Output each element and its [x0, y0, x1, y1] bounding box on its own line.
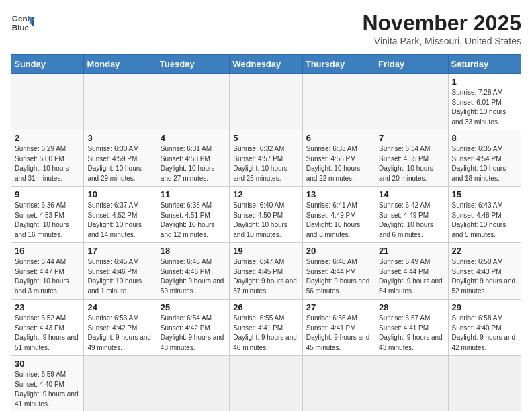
calendar-day-cell: 18Sunrise: 6:46 AM Sunset: 4:46 PM Dayli…: [157, 243, 229, 300]
day-number: 26: [233, 302, 298, 312]
day-info: Sunrise: 6:35 AM Sunset: 4:54 PM Dayligh…: [452, 144, 517, 183]
calendar-day-cell: [157, 74, 229, 130]
day-number: 6: [306, 133, 371, 143]
calendar-day-cell: 22Sunrise: 6:50 AM Sunset: 4:43 PM Dayli…: [448, 243, 521, 300]
day-info: Sunrise: 6:42 AM Sunset: 4:49 PM Dayligh…: [379, 201, 444, 240]
calendar-week-row: 9Sunrise: 6:36 AM Sunset: 4:53 PM Daylig…: [11, 187, 521, 243]
calendar-day-cell: 9Sunrise: 6:36 AM Sunset: 4:53 PM Daylig…: [11, 187, 84, 243]
day-number: 5: [233, 133, 298, 143]
column-header-saturday: Saturday: [448, 55, 521, 74]
calendar-day-cell: 25Sunrise: 6:54 AM Sunset: 4:42 PM Dayli…: [157, 300, 229, 356]
day-number: 8: [452, 133, 517, 143]
day-info: Sunrise: 6:43 AM Sunset: 4:48 PM Dayligh…: [452, 201, 517, 240]
day-number: 18: [161, 246, 226, 256]
calendar-week-row: 2Sunrise: 6:29 AM Sunset: 5:00 PM Daylig…: [11, 130, 521, 187]
column-header-tuesday: Tuesday: [157, 55, 229, 74]
column-header-thursday: Thursday: [302, 55, 375, 74]
calendar-day-cell: [230, 74, 302, 130]
generalblue-logo-icon: General Blue: [11, 11, 35, 35]
day-number: 27: [306, 302, 371, 312]
column-header-friday: Friday: [375, 55, 448, 74]
calendar-day-cell: 15Sunrise: 6:43 AM Sunset: 4:48 PM Dayli…: [448, 187, 521, 243]
day-number: 30: [15, 359, 80, 369]
day-info: Sunrise: 6:55 AM Sunset: 4:41 PM Dayligh…: [233, 314, 298, 353]
column-header-wednesday: Wednesday: [230, 55, 302, 74]
day-info: Sunrise: 6:53 AM Sunset: 4:42 PM Dayligh…: [87, 314, 152, 353]
header-row: SundayMondayTuesdayWednesdayThursdayFrid…: [11, 55, 521, 74]
day-info: Sunrise: 6:36 AM Sunset: 4:53 PM Dayligh…: [15, 201, 80, 240]
calendar-day-cell: 16Sunrise: 6:44 AM Sunset: 4:47 PM Dayli…: [11, 243, 84, 300]
day-number: 29: [452, 302, 517, 312]
day-info: Sunrise: 6:44 AM Sunset: 4:47 PM Dayligh…: [15, 257, 80, 296]
day-info: Sunrise: 6:37 AM Sunset: 4:52 PM Dayligh…: [87, 201, 152, 240]
calendar-day-cell: [84, 356, 157, 412]
calendar-day-cell: 7Sunrise: 6:34 AM Sunset: 4:55 PM Daylig…: [375, 130, 448, 187]
calendar-day-cell: 11Sunrise: 6:38 AM Sunset: 4:51 PM Dayli…: [157, 187, 229, 243]
day-number: 12: [233, 189, 298, 199]
day-number: 15: [452, 189, 517, 199]
column-header-monday: Monday: [84, 55, 157, 74]
column-header-sunday: Sunday: [11, 55, 84, 74]
calendar-day-cell: 26Sunrise: 6:55 AM Sunset: 4:41 PM Dayli…: [230, 300, 302, 356]
day-number: 14: [379, 189, 444, 199]
calendar-day-cell: [11, 74, 84, 130]
calendar-day-cell: 8Sunrise: 6:35 AM Sunset: 4:54 PM Daylig…: [448, 130, 521, 187]
day-info: Sunrise: 6:48 AM Sunset: 4:44 PM Dayligh…: [306, 257, 371, 296]
logo: General Blue: [11, 11, 35, 35]
day-info: Sunrise: 6:57 AM Sunset: 4:41 PM Dayligh…: [379, 314, 444, 353]
day-info: Sunrise: 6:45 AM Sunset: 4:46 PM Dayligh…: [87, 257, 152, 296]
day-info: Sunrise: 6:46 AM Sunset: 4:46 PM Dayligh…: [161, 257, 226, 296]
day-info: Sunrise: 7:28 AM Sunset: 6:01 PM Dayligh…: [452, 88, 517, 127]
day-info: Sunrise: 6:54 AM Sunset: 4:42 PM Dayligh…: [161, 314, 226, 353]
day-info: Sunrise: 6:49 AM Sunset: 4:44 PM Dayligh…: [379, 257, 444, 296]
calendar-week-row: 1Sunrise: 7:28 AM Sunset: 6:01 PM Daylig…: [11, 74, 521, 130]
calendar-day-cell: 10Sunrise: 6:37 AM Sunset: 4:52 PM Dayli…: [84, 187, 157, 243]
day-number: 10: [87, 189, 152, 199]
day-number: 28: [379, 302, 444, 312]
day-info: Sunrise: 6:56 AM Sunset: 4:41 PM Dayligh…: [306, 314, 371, 353]
calendar-day-cell: 6Sunrise: 6:33 AM Sunset: 4:56 PM Daylig…: [302, 130, 375, 187]
calendar-day-cell: 30Sunrise: 6:59 AM Sunset: 4:40 PM Dayli…: [11, 356, 84, 412]
calendar-day-cell: 24Sunrise: 6:53 AM Sunset: 4:42 PM Dayli…: [84, 300, 157, 356]
calendar-day-cell: [157, 356, 229, 412]
calendar-day-cell: [230, 356, 302, 412]
calendar-week-row: 30Sunrise: 6:59 AM Sunset: 4:40 PM Dayli…: [11, 356, 521, 412]
calendar-day-cell: 21Sunrise: 6:49 AM Sunset: 4:44 PM Dayli…: [375, 243, 448, 300]
calendar-day-cell: 4Sunrise: 6:31 AM Sunset: 4:58 PM Daylig…: [157, 130, 229, 187]
header: General Blue November 2025 Vinita Park, …: [11, 11, 521, 46]
calendar-day-cell: 12Sunrise: 6:40 AM Sunset: 4:50 PM Dayli…: [230, 187, 302, 243]
calendar-day-cell: 17Sunrise: 6:45 AM Sunset: 4:46 PM Dayli…: [84, 243, 157, 300]
day-info: Sunrise: 6:32 AM Sunset: 4:57 PM Dayligh…: [233, 144, 298, 183]
day-info: Sunrise: 6:33 AM Sunset: 4:56 PM Dayligh…: [306, 144, 371, 183]
day-info: Sunrise: 6:40 AM Sunset: 4:50 PM Dayligh…: [233, 201, 298, 240]
svg-text:Blue: Blue: [12, 23, 30, 32]
calendar-day-cell: 13Sunrise: 6:41 AM Sunset: 4:49 PM Dayli…: [302, 187, 375, 243]
day-number: 21: [379, 246, 444, 256]
day-info: Sunrise: 6:34 AM Sunset: 4:55 PM Dayligh…: [379, 144, 444, 183]
calendar-table: SundayMondayTuesdayWednesdayThursdayFrid…: [11, 54, 521, 411]
calendar-day-cell: 5Sunrise: 6:32 AM Sunset: 4:57 PM Daylig…: [230, 130, 302, 187]
day-number: 24: [87, 302, 152, 312]
calendar-day-cell: 23Sunrise: 6:52 AM Sunset: 4:43 PM Dayli…: [11, 300, 84, 356]
day-info: Sunrise: 6:29 AM Sunset: 5:00 PM Dayligh…: [15, 144, 80, 183]
day-number: 19: [233, 246, 298, 256]
calendar-day-cell: [302, 74, 375, 130]
day-number: 22: [452, 246, 517, 256]
day-info: Sunrise: 6:59 AM Sunset: 4:40 PM Dayligh…: [15, 370, 80, 409]
day-number: 4: [161, 133, 226, 143]
calendar-day-cell: 1Sunrise: 7:28 AM Sunset: 6:01 PM Daylig…: [448, 74, 521, 130]
day-info: Sunrise: 6:52 AM Sunset: 4:43 PM Dayligh…: [15, 314, 80, 353]
title-area: November 2025 Vinita Park, Missouri, Uni…: [362, 11, 521, 46]
day-info: Sunrise: 6:30 AM Sunset: 4:59 PM Dayligh…: [87, 144, 152, 183]
day-info: Sunrise: 6:41 AM Sunset: 4:49 PM Dayligh…: [306, 201, 371, 240]
calendar-day-cell: 27Sunrise: 6:56 AM Sunset: 4:41 PM Dayli…: [302, 300, 375, 356]
calendar-day-cell: 2Sunrise: 6:29 AM Sunset: 5:00 PM Daylig…: [11, 130, 84, 187]
calendar-day-cell: 14Sunrise: 6:42 AM Sunset: 4:49 PM Dayli…: [375, 187, 448, 243]
day-info: Sunrise: 6:38 AM Sunset: 4:51 PM Dayligh…: [161, 201, 226, 240]
day-info: Sunrise: 6:50 AM Sunset: 4:43 PM Dayligh…: [452, 257, 517, 296]
day-number: 7: [379, 133, 444, 143]
day-info: Sunrise: 6:31 AM Sunset: 4:58 PM Dayligh…: [161, 144, 226, 183]
day-number: 23: [15, 302, 80, 312]
calendar-day-cell: [448, 356, 521, 412]
calendar-day-cell: 20Sunrise: 6:48 AM Sunset: 4:44 PM Dayli…: [302, 243, 375, 300]
